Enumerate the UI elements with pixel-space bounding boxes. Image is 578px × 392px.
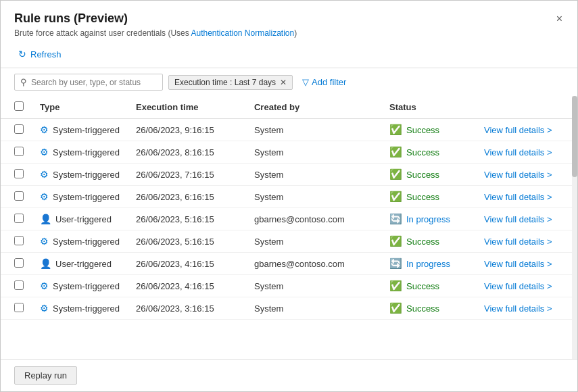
scrollbar-track <box>572 96 577 359</box>
footer: Replay run <box>1 359 577 391</box>
header-action <box>476 96 577 119</box>
row-checkbox-cell <box>1 230 32 253</box>
filter-tag-close-button[interactable]: ✕ <box>280 78 287 87</box>
row-checkbox[interactable] <box>14 191 24 201</box>
row-created-by: System <box>246 119 381 141</box>
table-row: ⚙System-triggered26/06/2023, 7:16:15Syst… <box>1 164 577 186</box>
scrollbar-thumb[interactable] <box>572 96 577 177</box>
view-full-details-link[interactable]: View full details > <box>484 192 552 202</box>
user-icon: 👤 <box>40 258 51 269</box>
row-execution-time: 26/06/2023, 4:16:15 <box>128 275 246 297</box>
view-full-details-link[interactable]: View full details > <box>484 214 552 224</box>
runs-table: Type Execution time Created by Status ⚙S… <box>1 96 577 320</box>
row-created-by: gbarnes@contoso.com <box>246 208 381 230</box>
success-icon: ✅ <box>389 302 402 314</box>
refresh-button[interactable]: ↻ Refresh <box>14 46 66 62</box>
header-type: Type <box>32 96 128 119</box>
replay-run-button[interactable]: Replay run <box>14 366 77 385</box>
row-checkbox-cell <box>1 297 32 320</box>
table-row: ⚙System-triggered26/06/2023, 5:16:15Syst… <box>1 230 577 253</box>
type-label: System-triggered <box>53 125 120 135</box>
dialog-title: Rule runs (Preview) <box>14 11 564 26</box>
status-label: Success <box>406 170 439 180</box>
table-row: 👤User-triggered26/06/2023, 4:16:15gbarne… <box>1 253 577 275</box>
status-label: Success <box>406 237 439 247</box>
row-execution-time: 26/06/2023, 5:16:15 <box>128 208 246 230</box>
row-type: ⚙System-triggered <box>32 164 128 186</box>
row-checkbox[interactable] <box>14 303 24 312</box>
gear-icon: ⚙ <box>40 236 49 247</box>
search-box[interactable]: ⚲ <box>14 74 163 91</box>
row-checkbox-cell <box>1 141 32 164</box>
row-execution-time: 26/06/2023, 7:16:15 <box>128 164 246 186</box>
row-status: ✅Success <box>381 275 476 297</box>
row-type: 👤User-triggered <box>32 253 128 275</box>
add-filter-button[interactable]: ▽ Add filter <box>298 74 350 90</box>
row-action: View full details > <box>476 230 577 253</box>
row-status: ✅Success <box>381 186 476 208</box>
type-label: System-triggered <box>53 147 120 157</box>
row-action: View full details > <box>476 119 577 141</box>
close-button[interactable]: × <box>552 10 567 28</box>
header-checkbox-cell <box>1 96 32 119</box>
filter-icon: ▽ <box>302 77 309 87</box>
filter-tag-execution-time: Execution time : Last 7 days ✕ <box>168 75 293 90</box>
row-type: 👤User-triggered <box>32 208 128 230</box>
row-checkbox[interactable] <box>14 280 24 290</box>
row-action: View full details > <box>476 141 577 164</box>
gear-icon: ⚙ <box>40 169 49 180</box>
success-icon: ✅ <box>389 168 402 180</box>
row-checkbox[interactable] <box>14 258 24 268</box>
view-full-details-link[interactable]: View full details > <box>484 125 552 135</box>
type-label: System-triggered <box>53 281 120 291</box>
search-icon: ⚲ <box>20 77 27 87</box>
row-status: ✅Success <box>381 164 476 186</box>
view-full-details-link[interactable]: View full details > <box>484 303 552 314</box>
subtitle-link[interactable]: Authentication Normalization <box>191 28 294 38</box>
row-checkbox-cell <box>1 164 32 186</box>
table-header-row: Type Execution time Created by Status <box>1 96 577 119</box>
dialog-subtitle: Brute force attack against user credenti… <box>14 28 564 38</box>
gear-icon: ⚙ <box>40 303 49 314</box>
view-full-details-link[interactable]: View full details > <box>484 170 552 180</box>
row-execution-time: 26/06/2023, 5:16:15 <box>128 230 246 253</box>
row-checkbox-cell <box>1 275 32 297</box>
row-action: View full details > <box>476 275 577 297</box>
row-checkbox[interactable] <box>14 147 24 156</box>
row-checkbox[interactable] <box>14 236 24 245</box>
row-status: ✅Success <box>381 141 476 164</box>
type-label: System-triggered <box>53 237 120 247</box>
row-checkbox-cell <box>1 119 32 141</box>
row-status: ✅Success <box>381 230 476 253</box>
view-full-details-link[interactable]: View full details > <box>484 281 552 291</box>
row-type: ⚙System-triggered <box>32 230 128 253</box>
gear-icon: ⚙ <box>40 191 49 202</box>
header-status: Status <box>381 96 476 119</box>
status-label: Success <box>406 125 439 135</box>
type-label: User-triggered <box>55 214 112 224</box>
row-checkbox[interactable] <box>14 169 24 178</box>
row-type: ⚙System-triggered <box>32 141 128 164</box>
table-row: ⚙System-triggered26/06/2023, 8:16:15Syst… <box>1 141 577 164</box>
success-icon: ✅ <box>389 235 402 247</box>
search-input[interactable] <box>31 78 157 87</box>
row-action: View full details > <box>476 164 577 186</box>
row-action: View full details > <box>476 253 577 275</box>
row-execution-time: 26/06/2023, 6:16:15 <box>128 186 246 208</box>
row-action: View full details > <box>476 186 577 208</box>
status-label: Success <box>406 192 439 202</box>
row-execution-time: 26/06/2023, 3:16:15 <box>128 297 246 320</box>
row-type: ⚙System-triggered <box>32 297 128 320</box>
view-full-details-link[interactable]: View full details > <box>484 147 552 157</box>
inprogress-icon: 🔄 <box>389 213 402 225</box>
row-execution-time: 26/06/2023, 9:16:15 <box>128 119 246 141</box>
view-full-details-link[interactable]: View full details > <box>484 259 552 269</box>
gear-icon: ⚙ <box>40 280 49 291</box>
row-checkbox[interactable] <box>14 124 24 134</box>
header-execution-time: Execution time <box>128 96 246 119</box>
row-checkbox[interactable] <box>14 214 24 223</box>
rule-runs-dialog: Rule runs (Preview) Brute force attack a… <box>0 0 578 392</box>
view-full-details-link[interactable]: View full details > <box>484 237 552 247</box>
status-label: Success <box>406 147 439 157</box>
select-all-checkbox[interactable] <box>14 101 24 111</box>
